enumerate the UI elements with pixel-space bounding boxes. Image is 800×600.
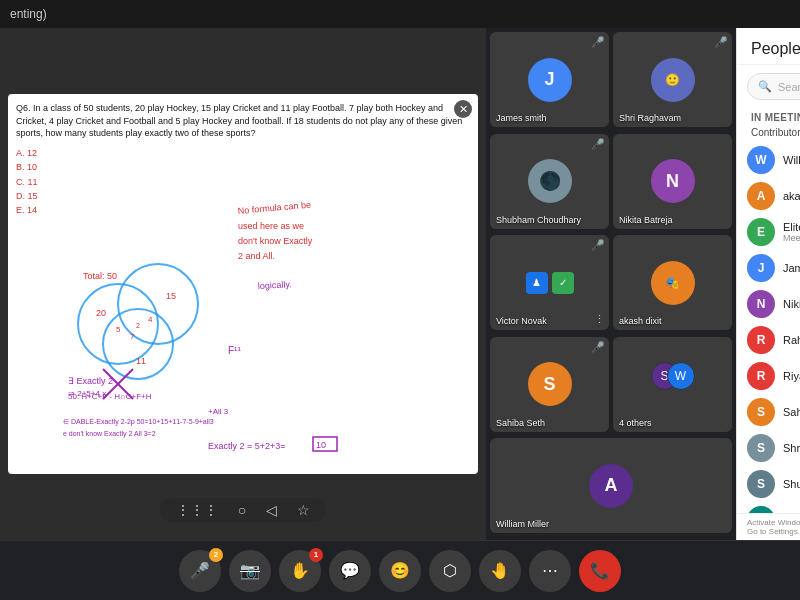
whiteboard-controls: ⋮⋮⋮ ○ ◁ ☆ bbox=[160, 498, 326, 522]
video-tile-shri: 🙂 Shri Raghavam 🎤 bbox=[613, 32, 732, 127]
tile-name-james: James smith bbox=[496, 113, 547, 123]
svg-text:4: 4 bbox=[148, 315, 153, 324]
wb-home-button[interactable]: ○ bbox=[238, 502, 246, 518]
people-item-shri[interactable]: S Shri Ragh bbox=[737, 430, 800, 466]
mic-icon-shri: 🎤 bbox=[714, 36, 728, 49]
svg-text:5: 5 bbox=[116, 325, 121, 334]
emoji-icon: 😊 bbox=[390, 561, 410, 580]
mic-icon-shubham: 🎤 bbox=[591, 138, 605, 151]
people-subsection: Contributors bbox=[737, 125, 800, 142]
avatar-shubham: 🌑 bbox=[528, 159, 572, 203]
tile-name-shubham: Shubham Choudhary bbox=[496, 215, 581, 225]
people-item-sophia[interactable]: S Sophia M bbox=[737, 502, 800, 513]
people-item-william[interactable]: W William M bbox=[737, 142, 800, 178]
svg-text:⇒ 2+5+4 x: ⇒ 2+5+4 x bbox=[68, 389, 106, 398]
top-bar: enting) bbox=[0, 0, 800, 28]
people-avatar-akash: A bbox=[747, 182, 775, 210]
people-item-akash[interactable]: A akash dix bbox=[737, 178, 800, 214]
svg-text:15: 15 bbox=[166, 291, 176, 301]
tile-name-others: 4 others bbox=[619, 418, 652, 428]
mic-badge: 2 bbox=[209, 548, 223, 562]
hand-gesture-button[interactable]: 🤚 bbox=[479, 550, 521, 592]
mic-icon-sahiba: 🎤 bbox=[591, 341, 605, 354]
people-item-shubham[interactable]: S Shubham bbox=[737, 466, 800, 502]
people-search-box[interactable]: 🔍 Search for bbox=[747, 73, 800, 100]
video-tile-nikita: N Nikita Batreja bbox=[613, 134, 732, 229]
icon-chess: ♟ bbox=[526, 272, 548, 294]
avatar-william: A bbox=[589, 464, 633, 508]
people-name-akash: akash dix bbox=[783, 190, 800, 202]
mic-icon-victor: 🎤 bbox=[591, 239, 605, 252]
window-title: enting) bbox=[10, 7, 47, 21]
people-item-rahul[interactable]: R Rahul Bh bbox=[737, 322, 800, 358]
people-item-nikita[interactable]: N Nikita Ba bbox=[737, 286, 800, 322]
more-button[interactable]: ⋯ bbox=[529, 550, 571, 592]
wb-back-button[interactable]: ◁ bbox=[266, 502, 277, 518]
activities-button[interactable]: ⬡ bbox=[429, 550, 471, 592]
svg-text:Total: 50: Total: 50 bbox=[83, 271, 117, 281]
svg-text:11: 11 bbox=[136, 356, 146, 366]
people-name-sahiba: Sahiba Se bbox=[783, 406, 800, 418]
search-icon: 🔍 bbox=[758, 80, 772, 93]
svg-text:20: 20 bbox=[96, 308, 106, 318]
end-call-button[interactable]: 📞 bbox=[579, 550, 621, 592]
mic-button[interactable]: 🎤 2 bbox=[179, 550, 221, 592]
tile-name-william: William Miller bbox=[496, 519, 549, 529]
people-info-sahiba: Sahiba Se bbox=[783, 406, 800, 418]
tile-name-akash: akash dixit bbox=[619, 316, 662, 326]
tile-name-shri: Shri Raghavam bbox=[619, 113, 681, 123]
tile-name-sahiba: Sahiba Seth bbox=[496, 418, 545, 428]
wb-star-button[interactable]: ☆ bbox=[297, 502, 310, 518]
people-item-elite[interactable]: E EliteGMA Meeting Ho... bbox=[737, 214, 800, 250]
people-sub-elite: Meeting Ho... bbox=[783, 233, 800, 243]
people-info-nikita: Nikita Ba bbox=[783, 298, 800, 310]
svg-text:F¹¹: F¹¹ bbox=[228, 345, 241, 356]
main-area: Q6. In a class of 50 students, 20 play H… bbox=[0, 28, 800, 540]
svg-text:don't know Exactly: don't know Exactly bbox=[238, 236, 313, 246]
svg-text:+All 3: +All 3 bbox=[208, 407, 229, 416]
more-options-victor[interactable]: ⋮ bbox=[594, 313, 605, 326]
people-avatar-nikita: N bbox=[747, 290, 775, 318]
people-list: W William M A akash dix E EliteGMA Meeti… bbox=[737, 142, 800, 513]
more-icon: ⋯ bbox=[542, 561, 558, 580]
people-info-shubham: Shubham bbox=[783, 478, 800, 490]
svg-text:No formula can be: No formula can be bbox=[237, 200, 311, 216]
tile-name-victor: Victor Novak bbox=[496, 316, 547, 326]
tile-name-nikita: Nikita Batreja bbox=[619, 215, 673, 225]
close-whiteboard-button[interactable]: ✕ bbox=[454, 100, 472, 118]
avatar-sahiba: S bbox=[528, 362, 572, 406]
chat-icon: 💬 bbox=[340, 561, 360, 580]
avatar-nikita: N bbox=[651, 159, 695, 203]
people-name-nikita: Nikita Ba bbox=[783, 298, 800, 310]
svg-text:Exactly 2 = 5+2+3=: Exactly 2 = 5+2+3= bbox=[208, 441, 286, 451]
people-avatar-sophia: S bbox=[747, 506, 775, 513]
people-name-shubham: Shubham bbox=[783, 478, 800, 490]
people-name-james: James sm bbox=[783, 262, 800, 274]
mic-icon-james: 🎤 bbox=[591, 36, 605, 49]
people-info-shri: Shri Ragh bbox=[783, 442, 800, 454]
people-name-rahul: Rahul Bh bbox=[783, 334, 800, 346]
video-tile-william: A William Miller bbox=[490, 438, 732, 533]
people-avatar-william: W bbox=[747, 146, 775, 174]
others-avatar-2: W bbox=[667, 362, 695, 390]
video-tile-others: S W 4 others bbox=[613, 337, 732, 432]
people-item-sahiba[interactable]: S Sahiba Se bbox=[737, 394, 800, 430]
people-avatar-shri: S bbox=[747, 434, 775, 462]
emoji-button[interactable]: 😊 bbox=[379, 550, 421, 592]
svg-text:logically.: logically. bbox=[258, 279, 292, 291]
people-item-james[interactable]: J James sm bbox=[737, 250, 800, 286]
camera-icon: 📷 bbox=[240, 561, 260, 580]
people-item-riya[interactable]: R Riya Sand bbox=[737, 358, 800, 394]
end-call-icon: 📞 bbox=[590, 561, 610, 580]
search-placeholder: Search for bbox=[778, 81, 800, 93]
camera-button[interactable]: 📷 bbox=[229, 550, 271, 592]
chat-button[interactable]: 💬 bbox=[329, 550, 371, 592]
icon-check: ✓ bbox=[552, 272, 574, 294]
raise-hand-button[interactable]: ✋ 1 bbox=[279, 550, 321, 592]
video-grid: J James smith 🎤 🙂 Shri Raghavam 🎤 🌑 Shub… bbox=[486, 28, 736, 540]
wb-prev-button[interactable]: ⋮⋮⋮ bbox=[176, 502, 218, 518]
people-avatar-elite: E bbox=[747, 218, 775, 246]
people-info-akash: akash dix bbox=[783, 190, 800, 202]
avatar-james: J bbox=[528, 58, 572, 102]
people-name-riya: Riya Sand bbox=[783, 370, 800, 382]
